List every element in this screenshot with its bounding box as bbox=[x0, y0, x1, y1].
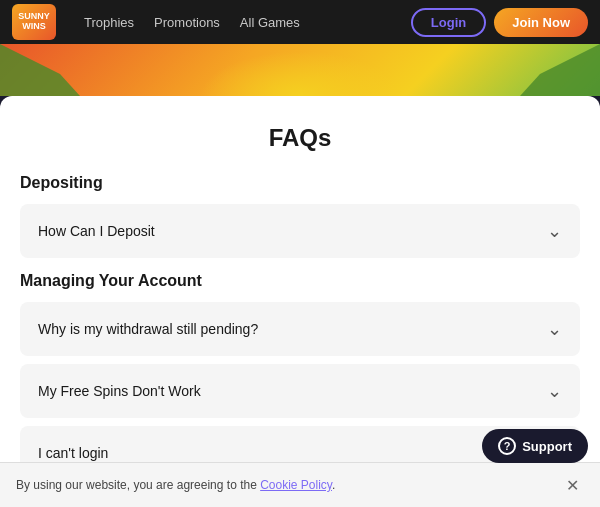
cookie-text: By using our website, you are agreeing t… bbox=[16, 478, 552, 492]
leaf-left-decoration bbox=[0, 44, 80, 96]
support-button[interactable]: ? Support bbox=[482, 429, 588, 463]
support-label: Support bbox=[522, 439, 572, 454]
faq-item-free-spins[interactable]: My Free Spins Don't Work ⌄ bbox=[20, 364, 580, 418]
chevron-down-icon: ⌄ bbox=[547, 318, 562, 340]
banner-strip bbox=[0, 44, 600, 96]
nav-all-games[interactable]: All Games bbox=[240, 15, 300, 30]
depositing-heading: Depositing bbox=[20, 174, 580, 192]
cookie-text-prefix: By using our website, you are agreeing t… bbox=[16, 478, 260, 492]
logo-image: SUNNY WINS bbox=[12, 4, 56, 40]
faq-question-deposit: How Can I Deposit bbox=[38, 223, 155, 239]
faq-question-free-spins: My Free Spins Don't Work bbox=[38, 383, 201, 399]
leaf-right-decoration bbox=[520, 44, 600, 96]
chevron-down-icon: ⌄ bbox=[547, 380, 562, 402]
nav-links: Trophies Promotions All Games bbox=[84, 15, 391, 30]
nav-promotions[interactable]: Promotions bbox=[154, 15, 220, 30]
managing-heading: Managing Your Account bbox=[20, 272, 580, 290]
page-title: FAQs bbox=[20, 124, 580, 152]
support-icon: ? bbox=[498, 437, 516, 455]
cookie-policy-link[interactable]: Cookie Policy bbox=[260, 478, 332, 492]
cookie-close-button[interactable]: ✕ bbox=[560, 473, 584, 497]
nav-buttons: Login Join Now bbox=[411, 8, 588, 37]
depositing-section: Depositing How Can I Deposit ⌄ bbox=[20, 174, 580, 258]
faq-question-cant-login: I can't login bbox=[38, 445, 108, 461]
navbar: SUNNY WINS Trophies Promotions All Games… bbox=[0, 0, 600, 44]
cookie-banner: By using our website, you are agreeing t… bbox=[0, 462, 600, 507]
faq-item-deposit[interactable]: How Can I Deposit ⌄ bbox=[20, 204, 580, 258]
faq-question-withdrawal: Why is my withdrawal still pending? bbox=[38, 321, 258, 337]
login-button[interactable]: Login bbox=[411, 8, 486, 37]
nav-trophies[interactable]: Trophies bbox=[84, 15, 134, 30]
cookie-text-suffix: . bbox=[332, 478, 335, 492]
logo[interactable]: SUNNY WINS bbox=[12, 4, 56, 40]
faq-item-withdrawal[interactable]: Why is my withdrawal still pending? ⌄ bbox=[20, 302, 580, 356]
chevron-down-icon: ⌄ bbox=[547, 220, 562, 242]
join-button[interactable]: Join Now bbox=[494, 8, 588, 37]
